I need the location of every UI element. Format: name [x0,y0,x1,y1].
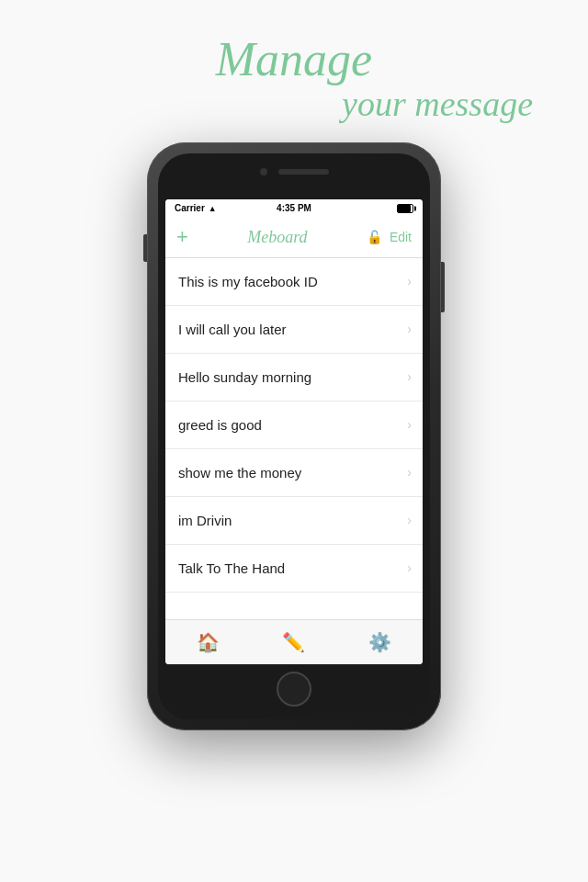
nav-title: Meboard [247,228,307,247]
tab-home[interactable]: 🏠 [165,620,251,664]
status-bar: Carrier ▲ 4:35 PM [165,199,423,218]
tab-compose[interactable]: ✏️ [251,620,336,664]
list-item[interactable]: This is my facebook ID› [165,258,423,306]
chevron-right-icon: › [407,369,412,384]
list-item[interactable]: greed is good› [165,401,423,449]
message-text: Talk To The Hand [178,560,285,576]
carrier-label: Carrier [175,203,205,213]
app-background: Manage your message Carrier ▲ 4:35 PM [0,0,588,730]
settings-icon: ⚙️ [368,631,391,653]
chevron-right-icon: › [407,465,412,480]
message-text: I will call you later [178,322,287,337]
message-text: This is my facebook ID [178,274,318,289]
chevron-right-icon: › [407,417,412,432]
lock-icon[interactable]: 🔓 [367,230,382,244]
camera-dot [260,168,267,175]
message-text: greed is good [178,417,262,433]
header-line2: your message [0,85,588,124]
time-label: 4:35 PM [277,203,311,213]
home-icon: 🏠 [197,631,220,653]
battery-icon [397,204,413,213]
list-item[interactable]: I will call you later› [165,306,423,354]
nav-bar: + Meboard 🔓 Edit [165,218,423,258]
status-left: Carrier ▲ [175,203,217,213]
message-list: This is my facebook ID›I will call you l… [165,258,423,619]
battery-fill [398,205,411,212]
chevron-right-icon: › [407,274,412,288]
message-text: im Drivin [178,513,232,528]
speaker-bar [278,169,329,175]
edit-button[interactable]: Edit [390,230,412,244]
chevron-right-icon: › [407,513,412,527]
status-right [397,204,413,213]
list-item[interactable]: Talk To The Hand› [165,545,423,593]
tab-bar: 🏠 ✏️ ⚙️ [165,619,423,664]
app-header: Manage your message [0,0,588,142]
chevron-right-icon: › [407,560,412,575]
phone-inner: Carrier ▲ 4:35 PM + Meboard 🔓 [158,153,430,719]
phone-screen: Carrier ▲ 4:35 PM + Meboard 🔓 [165,199,423,664]
home-button[interactable] [277,672,311,707]
list-item[interactable]: im Drivin› [165,497,423,545]
message-text: show me the money [178,465,301,481]
phone-outer: Carrier ▲ 4:35 PM + Meboard 🔓 [147,142,441,730]
header-line1: Manage [0,33,588,85]
list-item[interactable]: show me the money› [165,449,423,497]
nav-right: 🔓 Edit [367,230,412,244]
chevron-right-icon: › [407,322,412,336]
tab-settings[interactable]: ⚙️ [337,620,423,664]
list-item[interactable]: Hello sunday morning› [165,354,423,401]
wifi-icon: ▲ [209,204,217,213]
compose-icon: ✏️ [282,631,305,653]
phone-top-bar [158,168,430,175]
add-button[interactable]: + [176,227,188,247]
message-text: Hello sunday morning [178,369,311,385]
